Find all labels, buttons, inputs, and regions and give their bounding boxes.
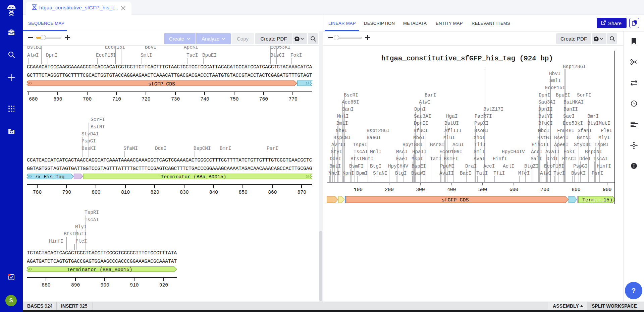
svg-text:AcuI: AcuI [452,142,464,147]
svg-text:BstNI: BstNI [91,124,105,130]
svg-text:NheI: NheI [336,128,347,133]
svg-text:BstBI: BstBI [537,135,552,140]
svg-text:SacI: SacI [563,114,575,119]
svg-text:Acc65I: Acc65I [342,100,359,105]
svg-text:BmtI: BmtI [329,164,341,169]
svg-text:HinfI: HinfI [493,156,507,162]
svg-text:BanII: BanII [564,107,578,112]
svg-text:750: 750 [230,97,238,102]
svg-text:EaeI: EaeI [396,156,408,162]
svg-text:AvaII: AvaII [439,171,454,176]
svg-text:400: 400 [447,187,456,192]
svg-text:SfaNI: SfaNI [373,171,387,176]
svg-text:810: 810 [121,190,130,195]
svg-text:BtsIMutI: BtsIMutI [587,121,610,126]
svg-text:AlwI: AlwI [27,53,39,58]
svg-text:TatI: TatI [430,156,441,162]
svg-text:htgaa_constitutive_sfGFP_his_t: htgaa_constitutive_sfGFP_his_tag (924 bp… [381,55,553,62]
svg-text:880: 880 [42,283,50,288]
svg-text:HpaII: HpaII [412,149,427,154]
svg-text:BfuCI: BfuCI [538,121,553,126]
svg-text:HinfI: HinfI [49,239,63,244]
svg-text:BsoBI: BsoBI [474,128,489,133]
svg-text:StyI: StyI [331,149,342,154]
svg-text:SmlI: SmlI [474,149,485,154]
svg-text:200: 200 [385,187,393,192]
svg-text:BaeI: BaeI [460,171,471,176]
svg-text:BsrGI: BsrGI [430,142,444,147]
svg-text:NheI: NheI [328,171,340,176]
svg-text:TatI: TatI [476,171,488,176]
svg-text:HincII: HincII [532,142,549,147]
svg-text:SmlI: SmlI [549,78,561,83]
svg-text:Eco53kI: Eco53kI [563,121,583,126]
svg-text:AGATGATCTCAGTGTGACCGAGTGGAAGCC: AGATGATCTCAGTGTGACCGAGTGGAAGCCCACCCGGAAA… [27,259,177,264]
svg-text:AclI: AclI [503,164,514,169]
svg-text:870: 870 [298,190,306,195]
svg-text:HinfI: HinfI [597,164,611,169]
svg-text:850: 850 [239,190,248,195]
svg-text:TseI: TseI [553,171,565,176]
svg-text:XhoI: XhoI [474,135,485,140]
svg-text:PleI: PleI [75,239,87,244]
svg-text:BsmFI: BsmFI [349,164,364,169]
svg-text:AlwI: AlwI [540,171,551,176]
svg-text:BsiHKAI: BsiHKAI [564,100,584,105]
svg-text:HpyCH4V: HpyCH4V [388,164,408,169]
svg-text:300: 300 [416,187,425,192]
svg-text:MnlI: MnlI [337,114,348,119]
svg-text:BtsCI: BtsCI [270,53,285,58]
svg-text:710: 710 [112,97,121,102]
svg-text:BstYI: BstYI [538,114,553,119]
svg-text:TscAI: TscAI [354,149,368,154]
svg-text:StyD4I: StyD4I [82,131,99,137]
svg-text:900: 900 [101,283,109,288]
svg-text:DdeI: DdeI [330,156,341,162]
svg-text:BseRI: BseRI [344,92,358,98]
svg-text:Sau3AI: Sau3AI [538,100,555,105]
svg-text:sfGFP CDS: sfGFP CDS [441,197,469,203]
svg-text:AlwI: AlwI [419,100,430,105]
svg-text:690: 690 [53,97,62,102]
svg-text:BspEI: BspEI [412,164,426,169]
svg-text:HgaI: HgaI [446,114,458,119]
svg-text:920: 920 [159,283,168,288]
svg-text:PleI: PleI [601,128,612,133]
svg-text:Fnu4HI: Fnu4HI [557,128,574,133]
svg-text:MfeI: MfeI [518,171,530,176]
svg-text:760: 760 [259,97,268,102]
svg-text:SfaNI: SfaNI [578,128,592,133]
svg-text:740: 740 [201,97,209,102]
svg-text:ApeKI: ApeKI [184,46,198,50]
svg-text:MlyI: MlyI [598,135,610,140]
svg-text:BspCNI: BspCNI [333,135,351,140]
svg-text:BstUI: BstUI [444,121,459,126]
svg-text:860: 860 [268,190,277,195]
svg-text:GGTAGTGGTAGTAGTGATTGGTCCGTAGTT: GGTAGTGGTAGTAGTGATTGGTCCGTAGTTTATTTTGCTT… [27,166,312,172]
svg-text:720: 720 [142,97,150,102]
svg-text:Terminator (BBa_B0015): Terminator (BBa_B0015) [161,174,226,180]
svg-text:BsmFI: BsmFI [444,156,458,162]
svg-text:BfuCI: BfuCI [414,128,428,133]
svg-text:BaeGI: BaeGI [367,135,381,140]
svg-text:MnlI: MnlI [370,149,381,154]
svg-text:AflIII: AflIII [444,128,462,133]
svg-text:BmrI: BmrI [587,114,599,119]
svg-text:EcoP15I: EcoP15I [545,85,565,90]
svg-text:7x His Tag: 7x His Tag [35,174,65,180]
svg-text:BtsIMutI: BtsIMutI [351,156,374,162]
svg-text:BbvI: BbvI [145,46,156,50]
svg-text:AccI: AccI [483,164,495,169]
svg-text:TspRI: TspRI [353,142,367,147]
svg-text:900: 900 [603,187,611,192]
svg-text:SalI: SalI [531,156,542,162]
svg-text:MscI: MscI [396,149,408,154]
svg-text:FokI: FokI [564,149,575,154]
svg-text:PsrI: PsrI [592,171,603,176]
svg-text:TspRI: TspRI [594,142,609,147]
svg-text:ApeKI: ApeKI [554,142,569,147]
svg-text:StyD4I: StyD4I [574,142,591,147]
svg-text:500: 500 [478,187,487,192]
svg-text:BstZ17I: BstZ17I [483,107,503,112]
svg-text:TliI: TliI [474,142,486,147]
